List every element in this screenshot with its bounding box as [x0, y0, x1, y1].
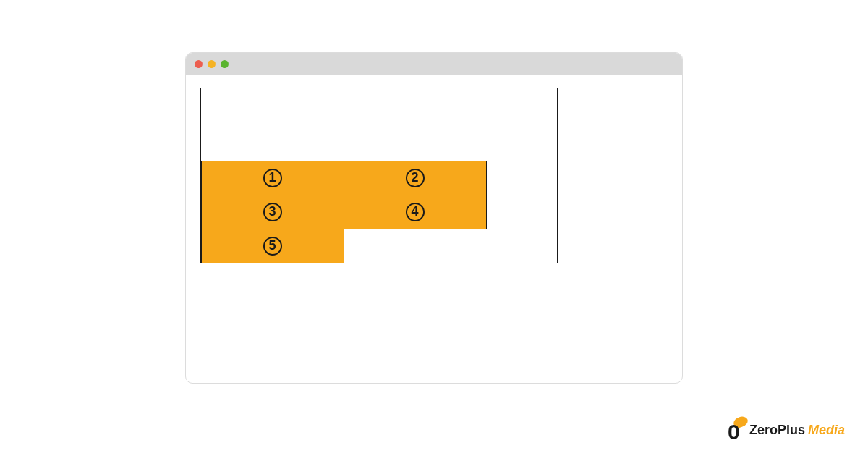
flex-container: 1 2 3 4 5 [200, 88, 558, 263]
item-number: 3 [263, 203, 282, 221]
minimize-icon[interactable] [208, 60, 216, 68]
logo-zero: 0 [728, 421, 740, 443]
logo-text: ZeroPlus Media [749, 423, 845, 438]
item-number: 4 [406, 203, 425, 221]
flex-item: 2 [344, 161, 487, 195]
item-number: 2 [406, 169, 425, 187]
flex-item: 4 [344, 195, 487, 229]
item-number: 5 [263, 237, 282, 256]
logo-suffix: Media [808, 423, 845, 438]
browser-window: 1 2 3 4 5 [185, 52, 683, 384]
close-icon[interactable] [195, 60, 203, 68]
logo-brand-name: ZeroPlus [749, 423, 805, 438]
flex-item: 3 [201, 195, 344, 229]
flex-item: 5 [201, 229, 344, 263]
brand-logo: 0 ZeroPlus Media [728, 417, 845, 443]
window-titlebar [186, 53, 682, 75]
flex-item: 1 [201, 161, 344, 195]
maximize-icon[interactable] [221, 60, 229, 68]
item-number: 1 [263, 169, 282, 187]
content-area: 1 2 3 4 5 [186, 75, 682, 276]
logo-mark: 0 [728, 417, 745, 443]
